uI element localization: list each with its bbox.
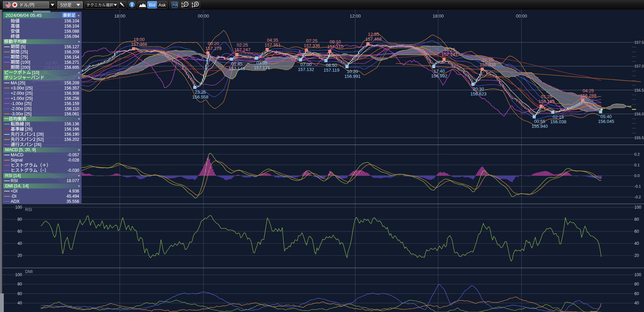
svg-text:17:40: 17:40 [434,69,445,74]
svg-text:20: 20 [18,253,22,258]
svg-text:80: 80 [18,217,22,222]
svg-text:-0.2: -0.2 [634,195,641,199]
svg-text:+3.00σ [25]: +3.00σ [25] [11,86,33,91]
svg-text:157.119: 157.119 [324,67,339,73]
svg-text:02:15: 02:15 [553,114,564,119]
svg-text:×: × [78,76,80,80]
svg-text:60: 60 [634,291,639,296]
svg-text:156.939: 156.939 [480,62,496,67]
svg-text:156.695: 156.695 [64,65,80,70]
svg-text:0.1: 0.1 [634,163,640,167]
svg-text:20:30: 20:30 [473,86,484,92]
svg-text:×: × [78,174,80,178]
svg-text:40: 40 [634,301,639,305]
svg-text:12:55: 12:55 [368,32,379,37]
svg-text:157.147: 157.147 [442,52,458,57]
svg-text:02:25: 02:25 [237,42,248,48]
svg-text:157.5: 157.5 [634,40,644,44]
svg-text:156.5: 156.5 [634,88,644,92]
svg-text:0.0: 0.0 [634,174,640,178]
svg-text:156.190: 156.190 [64,132,80,137]
svg-text:40: 40 [18,241,22,246]
svg-text:45.494: 45.494 [66,194,79,199]
svg-text:156.271: 156.271 [64,60,80,65]
svg-text:21:10: 21:10 [482,57,494,62]
svg-text:00:55: 00:55 [534,119,546,124]
svg-text:05:40: 05:40 [601,114,612,119]
svg-text:18:00: 18:00 [114,13,126,19]
svg-text:03:35: 03:35 [256,60,268,65]
svg-text:[75]: [75] [21,55,28,60]
svg-text:156.202: 156.202 [64,137,80,142]
svg-text:157.0: 157.0 [634,64,644,68]
svg-text:-2.00σ [25]: -2.00σ [25] [11,106,32,111]
svg-text:[10]: [10] [32,70,39,75]
svg-text:09:10: 09:10 [330,39,341,44]
svg-text:4.936: 4.936 [69,189,79,194]
svg-text:155.5: 155.5 [634,136,644,140]
svg-text:156.127: 156.127 [64,44,80,49]
svg-text:RSI: RSI [25,207,32,212]
svg-text:[26]: [26] [34,142,41,147]
svg-text:08:50: 08:50 [326,63,337,68]
svg-text:60: 60 [18,291,22,296]
svg-text:10:20: 10:20 [347,69,358,74]
svg-text:01:25: 01:25 [541,94,552,99]
svg-text:60: 60 [18,229,22,234]
svg-text:157.279: 157.279 [205,46,222,51]
svg-text:156.104: 156.104 [64,19,80,23]
svg-text:18.077: 18.077 [66,178,79,183]
svg-text:×: × [78,71,80,75]
svg-text:156.258: 156.258 [64,96,80,101]
svg-text:04:35: 04:35 [267,38,278,43]
svg-text:04:25: 04:25 [583,88,594,93]
svg-text:156.094: 156.094 [64,34,80,39]
svg-text:156.159: 156.159 [64,101,80,106]
svg-text:156.038: 156.038 [550,119,567,124]
svg-text:156.165: 156.165 [539,99,555,104]
svg-text:-0.028: -0.028 [67,158,79,163]
svg-text:[100]: [100] [21,60,30,65]
svg-text:-3.00σ [25]: -3.00σ [25] [11,112,32,116]
svg-text:00:00: 00:00 [198,13,209,19]
svg-text:DMI [14, 14]: DMI [14, 14] [5,184,29,188]
svg-text:×: × [78,117,80,121]
svg-text:DMI: DMI [25,269,33,274]
svg-text:80: 80 [18,282,22,287]
svg-text:157.468: 157.468 [366,37,382,42]
svg-text:2024/06/04 05:45: 2024/06/04 05:45 [6,13,42,18]
svg-text:35.556: 35.556 [66,199,79,204]
svg-text:156.991: 156.991 [345,74,361,79]
svg-text:157.132: 157.132 [298,67,314,72]
svg-text:156.209: 156.209 [64,81,80,85]
svg-text:18:00: 18:00 [433,13,444,19]
svg-text:-0.057: -0.057 [67,153,79,157]
svg-text:18:25: 18:25 [444,47,455,52]
svg-text:156.992: 156.992 [431,73,447,79]
svg-text:×: × [77,13,80,18]
svg-text:100: 100 [15,272,22,277]
svg-text:0.2: 0.2 [634,152,640,156]
svg-text:Signal: Signal [11,158,23,163]
svg-text:100: 100 [634,272,641,277]
svg-text:156.288: 156.288 [580,93,597,98]
svg-text:Ask: Ask [158,2,166,8]
svg-text:07:25: 07:25 [306,38,318,43]
svg-text:RSI [14]: RSI [14] [5,173,21,178]
svg-text:157.351: 157.351 [265,42,281,48]
svg-text:ADX: ADX [11,199,20,204]
svg-text:-0.030: -0.030 [67,168,79,173]
svg-text:156.166: 156.166 [64,127,80,132]
svg-text:156.104: 156.104 [64,24,80,29]
svg-text:155.940: 155.940 [532,124,548,129]
svg-text:156.136: 156.136 [64,122,80,126]
svg-text:+DI: +DI [11,189,18,194]
svg-text:157.149: 157.149 [229,66,245,71]
svg-text:×: × [78,40,80,44]
svg-text:156.045: 156.045 [598,119,614,124]
svg-text:MACD [5, 20, 9]: MACD [5, 20, 9] [5,147,36,152]
svg-text:156.558: 156.558 [192,94,209,100]
svg-text:[9]: [9] [25,122,30,126]
svg-text:[5]: [5] [21,44,25,49]
svg-text:156.308: 156.308 [64,91,80,96]
